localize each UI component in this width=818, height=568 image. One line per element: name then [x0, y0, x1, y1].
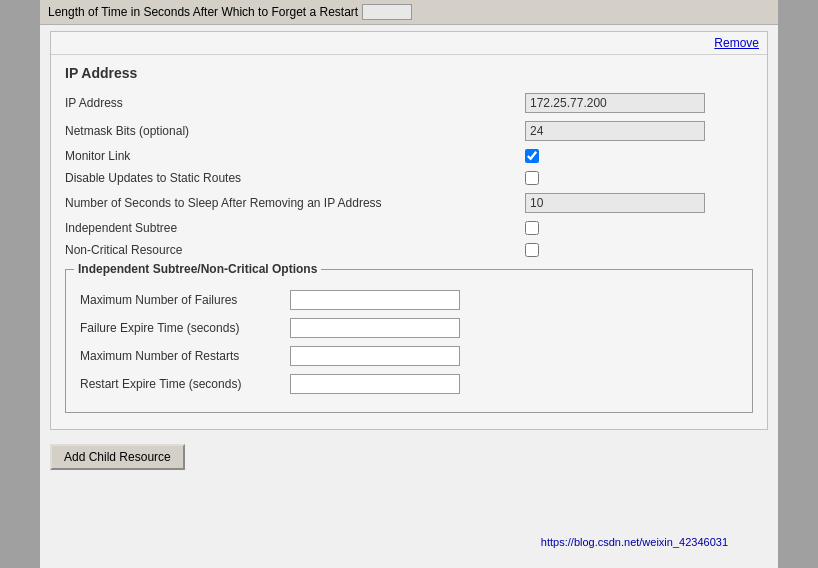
top-bar: Length of Time in Seconds After Which to… — [40, 0, 778, 25]
netmask-input[interactable] — [525, 121, 705, 141]
ip-section-wrapper: Remove IP Address IP Address Netmask Bit… — [50, 31, 768, 430]
restart-expire-input[interactable] — [290, 374, 460, 394]
monitor-link-label: Monitor Link — [65, 149, 525, 163]
options-group: Independent Subtree/Non-Critical Options… — [65, 269, 753, 413]
max-restarts-label: Maximum Number of Restarts — [80, 349, 290, 363]
disable-updates-row: Disable Updates to Static Routes — [65, 171, 753, 185]
failure-expire-label: Failure Expire Time (seconds) — [80, 321, 290, 335]
sleep-seconds-input[interactable] — [525, 193, 705, 213]
independent-subtree-row: Independent Subtree — [65, 221, 753, 235]
ip-section: IP Address IP Address Netmask Bits (opti… — [51, 55, 767, 429]
failure-expire-row: Failure Expire Time (seconds) — [80, 318, 738, 338]
disable-updates-label: Disable Updates to Static Routes — [65, 171, 525, 185]
ip-address-row: IP Address — [65, 93, 753, 113]
non-critical-label: Non-Critical Resource — [65, 243, 525, 257]
remove-bar: Remove — [51, 32, 767, 55]
max-failures-row: Maximum Number of Failures — [80, 290, 738, 310]
section-title: IP Address — [65, 65, 753, 81]
sleep-seconds-label: Number of Seconds to Sleep After Removin… — [65, 196, 525, 210]
ip-address-input[interactable] — [525, 93, 705, 113]
independent-subtree-label: Independent Subtree — [65, 221, 525, 235]
top-bar-label: Length of Time in Seconds After Which to… — [48, 5, 358, 19]
monitor-link-row: Monitor Link — [65, 149, 753, 163]
disable-updates-checkbox[interactable] — [525, 171, 539, 185]
options-group-title: Independent Subtree/Non-Critical Options — [74, 262, 321, 276]
failure-expire-input[interactable] — [290, 318, 460, 338]
sleep-seconds-row: Number of Seconds to Sleep After Removin… — [65, 193, 753, 213]
max-restarts-input[interactable] — [290, 346, 460, 366]
max-failures-label: Maximum Number of Failures — [80, 293, 290, 307]
top-bar-input[interactable] — [362, 4, 412, 20]
non-critical-checkbox[interactable] — [525, 243, 539, 257]
monitor-link-checkbox[interactable] — [525, 149, 539, 163]
netmask-label: Netmask Bits (optional) — [65, 124, 525, 138]
max-failures-input[interactable] — [290, 290, 460, 310]
independent-subtree-checkbox[interactable] — [525, 221, 539, 235]
remove-link[interactable]: Remove — [714, 36, 759, 50]
netmask-row: Netmask Bits (optional) — [65, 121, 753, 141]
max-restarts-row: Maximum Number of Restarts — [80, 346, 738, 366]
ip-address-label: IP Address — [65, 96, 525, 110]
restart-expire-label: Restart Expire Time (seconds) — [80, 377, 290, 391]
add-child-resource-button[interactable]: Add Child Resource — [50, 444, 185, 470]
non-critical-row: Non-Critical Resource — [65, 243, 753, 257]
restart-expire-row: Restart Expire Time (seconds) — [80, 374, 738, 394]
watermark: https://blog.csdn.net/weixin_42346031 — [541, 536, 728, 548]
